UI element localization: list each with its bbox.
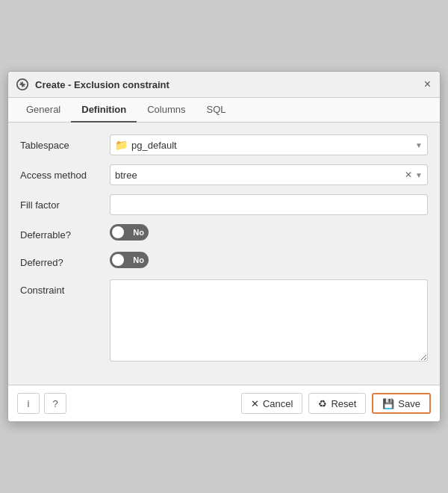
info-button[interactable]: i: [17, 393, 40, 414]
tablespace-label: Tablespace: [20, 134, 110, 152]
tablespace-control: 📁 pg_default ▼: [110, 134, 428, 155]
constraint-icon: [16, 78, 29, 91]
deferred-label: Deferred?: [20, 252, 110, 270]
deferred-control: No: [110, 252, 428, 270]
deferred-toggle[interactable]: No: [110, 252, 149, 268]
fill-factor-control: [110, 194, 428, 215]
tablespace-select[interactable]: 📁 pg_default ▼: [110, 134, 428, 155]
fill-factor-row: Fill factor: [20, 194, 428, 215]
tab-sql[interactable]: SQL: [196, 98, 236, 123]
toggle-thumb: [112, 254, 124, 266]
help-button[interactable]: ?: [44, 393, 66, 414]
tab-definition[interactable]: Definition: [71, 98, 137, 123]
folder-icon: 📁: [115, 139, 128, 151]
close-button[interactable]: ×: [423, 78, 432, 90]
deferrable-toggle-label: No: [133, 228, 144, 237]
constraint-row: Constraint: [20, 279, 428, 364]
tab-columns[interactable]: Columns: [137, 98, 196, 123]
tablespace-row: Tablespace 📁 pg_default ▼: [20, 134, 428, 155]
form-content: Tablespace 📁 pg_default ▼ Access method …: [8, 123, 440, 385]
tablespace-value: pg_default: [131, 140, 177, 151]
footer-right: ✕ Cancel ♻ Reset 💾 Save: [241, 393, 431, 414]
deferrable-toggle[interactable]: No: [110, 224, 149, 241]
deferrable-label: Deferrable?: [20, 224, 110, 242]
access-method-label: Access method: [20, 164, 110, 182]
access-method-select[interactable]: btree ✕ ▼: [110, 164, 428, 185]
save-label: Save: [398, 398, 420, 409]
chevron-down-icon: ▼: [415, 141, 423, 149]
dialog: Create - Exclusion constraint × General …: [7, 71, 441, 422]
tabs-bar: General Definition Columns SQL: [8, 98, 440, 123]
tab-general[interactable]: General: [16, 98, 71, 123]
save-icon: 💾: [382, 398, 394, 409]
cancel-label: Cancel: [263, 398, 293, 409]
cancel-icon: ✕: [251, 398, 259, 409]
toggle-thumb: [112, 226, 124, 238]
reset-label: Reset: [331, 398, 356, 409]
reset-icon: ♻: [318, 398, 327, 409]
deferred-row: Deferred? No: [20, 252, 428, 270]
constraint-textarea[interactable]: [110, 279, 428, 362]
fill-factor-label: Fill factor: [20, 194, 110, 212]
constraint-control: [110, 279, 428, 364]
save-button[interactable]: 💾 Save: [372, 393, 431, 414]
reset-button[interactable]: ♻ Reset: [308, 393, 366, 414]
deferrable-control: No: [110, 224, 428, 243]
constraint-label: Constraint: [20, 279, 110, 297]
fill-factor-input[interactable]: [110, 194, 428, 215]
access-method-control: btree ✕ ▼: [110, 164, 428, 185]
deferred-toggle-label: No: [133, 255, 144, 264]
dialog-title: Create - Exclusion constraint: [35, 79, 423, 90]
title-bar: Create - Exclusion constraint ×: [8, 72, 440, 98]
deferrable-row: Deferrable? No: [20, 224, 428, 243]
cancel-button[interactable]: ✕ Cancel: [241, 393, 302, 414]
footer-left: i ?: [17, 393, 66, 414]
footer: i ? ✕ Cancel ♻ Reset 💾 Save: [8, 385, 440, 421]
access-method-value: btree: [115, 170, 405, 181]
access-method-row: Access method btree ✕ ▼: [20, 164, 428, 185]
clear-access-method-button[interactable]: ✕: [405, 170, 412, 180]
chevron-down-icon: ▼: [415, 171, 423, 179]
